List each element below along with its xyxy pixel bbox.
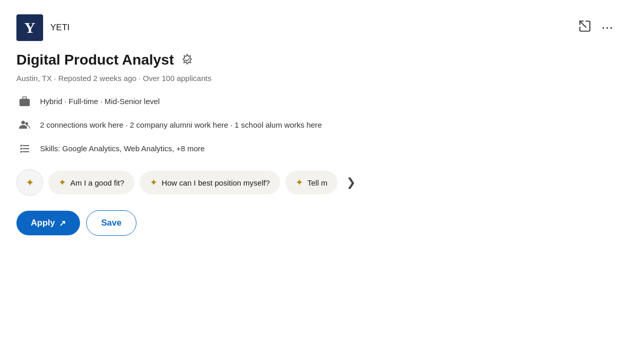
action-buttons: Apply ↗ Save [16,210,614,236]
spark-icon-3: ✦ [296,177,303,188]
svg-point-3 [25,122,28,125]
company-logo: Y [16,14,43,41]
job-title-row: Digital Product Analyst [16,51,614,69]
ai-tell-button[interactable]: ✦ Tell m [285,171,338,194]
skills-text: Skills: Google Analytics, Web Analytics,… [40,143,205,155]
header-row: Y YETI ··· [16,14,614,41]
chevron-right-icon[interactable]: ❯ [343,174,359,191]
apply-label: Apply [31,218,55,228]
share-icon[interactable] [578,19,592,36]
save-button[interactable]: Save [86,210,136,236]
apply-button[interactable]: Apply ↗ [16,211,80,235]
external-link-icon: ↗ [59,218,66,228]
spark-icon: ✦ [26,176,34,189]
save-label: Save [101,218,122,228]
connections-text: 2 connections work here · 2 company alum… [40,119,322,131]
spark-icon-1: ✦ [58,177,66,188]
ai-position-button[interactable]: ✦ How can I best position myself? [140,171,280,194]
work-type-text: Hybrid · Full-time · Mid-Senior level [40,96,160,108]
spark-icon-2: ✦ [150,177,158,188]
ai-good-fit-button[interactable]: ✦ Am I a good fit? [48,171,134,194]
ai-pill-3-label: Tell m [307,178,327,187]
skills-row: Skills: Google Analytics, Web Analytics,… [16,140,614,157]
header-actions: ··· [578,19,614,36]
verified-badge [180,53,194,67]
briefcase-icon [16,93,33,110]
job-title: Digital Product Analyst [16,51,174,69]
connections-row: 2 connections work here · 2 company alum… [16,117,614,133]
job-meta: Austin, TX · Reposted 2 weeks ago · Over… [16,73,614,85]
ai-circle-button[interactable]: ✦ [16,169,43,196]
ai-pill-2-label: How can I best position myself? [162,178,270,187]
company-name: YETI [50,23,70,33]
more-options-icon[interactable]: ··· [602,22,614,34]
ai-pill-1-label: Am I a good fit? [70,178,124,187]
job-card: Y YETI ··· Digital Product Analyst A [0,0,630,254]
skills-icon [16,140,33,157]
company-info: Y YETI [16,14,70,41]
work-type-row: Hybrid · Full-time · Mid-Senior level [16,93,614,110]
logo-letter: Y [24,20,35,35]
connections-icon [16,117,33,133]
svg-line-0 [580,21,586,27]
ai-suggestions-row: ✦ ✦ Am I a good fit? ✦ How can I best po… [16,169,614,196]
svg-point-2 [22,121,25,125]
